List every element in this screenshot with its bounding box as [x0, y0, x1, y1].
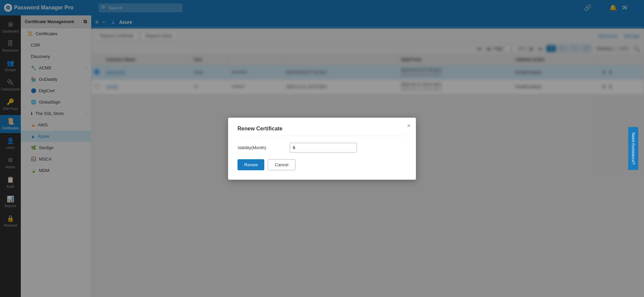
need-assistance-button[interactable]: Need Assistance?	[628, 127, 638, 170]
renew-button[interactable]: Renew	[237, 159, 264, 170]
validity-form-row: Validity(Month)	[237, 143, 407, 153]
renew-certificate-modal: Renew Certificate × Validity(Month) Rene…	[228, 118, 416, 180]
modal-title: Renew Certificate	[237, 126, 407, 136]
cancel-button[interactable]: Cancel	[268, 159, 295, 170]
modal-close-button[interactable]: ×	[407, 122, 411, 129]
modal-overlay: Renew Certificate × Validity(Month) Rene…	[0, 0, 644, 297]
validity-label: Validity(Month)	[237, 145, 284, 150]
modal-actions: Renew Cancel	[237, 159, 407, 170]
validity-input[interactable]	[290, 143, 357, 153]
